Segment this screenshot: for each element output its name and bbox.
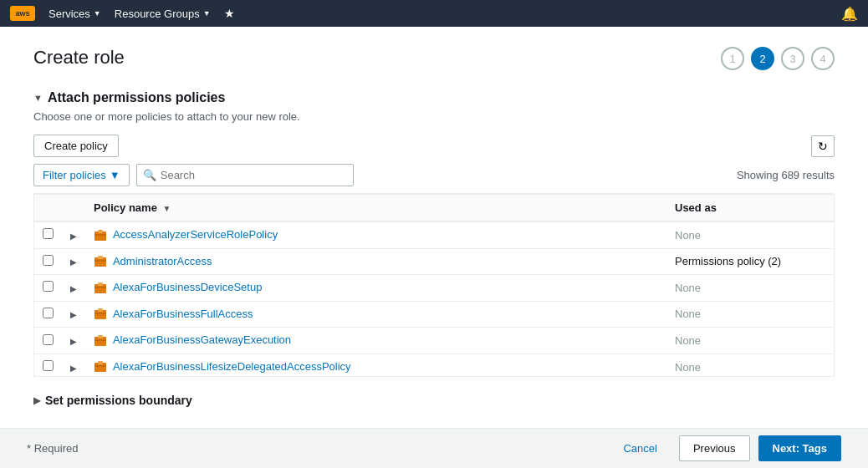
- top-nav: aws Services ▼ Resource Groups ▼ ★ 🔔: [0, 0, 868, 27]
- policy-used-as: None: [666, 221, 834, 248]
- permissions-boundary-section[interactable]: ▶ Set permissions boundary: [33, 394, 835, 407]
- policy-used-as: None: [666, 301, 834, 328]
- cancel-button[interactable]: Cancel: [610, 435, 670, 461]
- step-1[interactable]: 1: [721, 47, 744, 70]
- permissions-boundary-label: Set permissions boundary: [45, 394, 192, 407]
- svg-rect-8: [94, 287, 106, 288]
- favorites-star-icon[interactable]: ★: [224, 7, 235, 20]
- notifications-bell-icon[interactable]: 🔔: [841, 6, 858, 22]
- policy-checkbox[interactable]: [43, 228, 54, 239]
- resource-groups-chevron-icon: ▼: [203, 9, 211, 18]
- svg-rect-2: [94, 234, 106, 236]
- svg-rect-7: [98, 282, 103, 286]
- step-indicators: 1 2 3 4: [721, 47, 835, 70]
- policy-name-cell: AlexaForBusinessDeviceSetup: [85, 275, 666, 302]
- policy-name-cell: AlexaForBusinessFullAccess: [85, 301, 666, 328]
- policy-icon: [94, 360, 107, 374]
- policy-checkbox[interactable]: [43, 360, 54, 371]
- search-icon: 🔍: [143, 169, 156, 181]
- svg-rect-17: [94, 365, 106, 367]
- header-row: Create role 1 2 3 4: [33, 47, 835, 84]
- search-input[interactable]: [136, 164, 354, 186]
- previous-button[interactable]: Previous: [679, 435, 750, 461]
- policy-link[interactable]: AlexaForBusinessLifesizeDelegatedAccessP…: [113, 360, 351, 373]
- expand-row-button[interactable]: ▶: [70, 284, 77, 293]
- row-expand-cell: ▶: [62, 221, 85, 248]
- policy-name-cell: AlexaForBusinessGatewayExecution: [85, 328, 666, 354]
- col-header-expand: [62, 195, 85, 222]
- step-3[interactable]: 3: [781, 47, 804, 70]
- refresh-button[interactable]: ↻: [811, 135, 835, 157]
- policy-table: Policy name ▼ Used as ▶: [34, 194, 834, 377]
- policy-icon: [94, 282, 107, 295]
- page-title: Create role: [33, 47, 125, 69]
- svg-rect-1: [98, 230, 103, 233]
- policy-checkbox[interactable]: [43, 334, 54, 345]
- showing-results: Showing 689 results: [737, 169, 835, 181]
- table-row: ▶ AccessAnalyzerServiceRolePolicy None: [34, 221, 834, 248]
- policy-checkbox[interactable]: [43, 308, 54, 318]
- svg-rect-16: [98, 361, 103, 364]
- policy-used-as: None: [666, 275, 834, 302]
- policy-link[interactable]: AlexaForBusinessDeviceSetup: [113, 281, 262, 293]
- table-row: ▶ AlexaForBusinessGatewayExecution None: [34, 328, 834, 354]
- policy-link[interactable]: AlexaForBusinessGatewayExecution: [113, 333, 291, 346]
- svg-rect-10: [98, 308, 103, 312]
- expand-row-button[interactable]: ▶: [70, 231, 77, 241]
- step-2[interactable]: 2: [751, 47, 774, 70]
- table-header-row: Policy name ▼ Used as: [34, 195, 834, 222]
- create-policy-button[interactable]: Create policy: [33, 135, 119, 157]
- table-row: ▶ AlexaForBusinessDeviceSetup None: [34, 275, 834, 302]
- expand-row-button[interactable]: ▶: [70, 364, 77, 373]
- policy-name-cell: AccessAnalyzerServiceRolePolicy: [85, 221, 666, 248]
- footer: * Required Cancel Previous Next: Tags: [0, 428, 868, 468]
- services-nav[interactable]: Services ▼: [49, 8, 101, 20]
- policy-icon: [94, 308, 107, 321]
- filter-policies-dropdown[interactable]: Filter policies ▼: [33, 164, 130, 186]
- filter-chevron-icon: ▼: [110, 169, 120, 181]
- svg-rect-11: [94, 313, 106, 314]
- resource-groups-nav[interactable]: Resource Groups ▼: [115, 8, 211, 20]
- policy-used-as: None: [666, 328, 834, 354]
- row-checkbox-cell: [34, 275, 62, 302]
- policy-link[interactable]: AccessAnalyzerServiceRolePolicy: [113, 228, 278, 241]
- next-button[interactable]: Next: Tags: [758, 435, 842, 461]
- services-label: Services: [49, 8, 90, 20]
- col-header-name[interactable]: Policy name ▼: [85, 195, 666, 222]
- main-content: Create role 1 2 3 4 ▼ Attach permissions…: [0, 27, 868, 428]
- policy-table-container: Policy name ▼ Used as ▶: [33, 193, 835, 377]
- policy-name-cell: AlexaForBusinessLifesizeDelegatedAccessP…: [85, 354, 666, 377]
- expand-row-button[interactable]: ▶: [70, 337, 77, 346]
- required-label: * Required: [27, 442, 78, 455]
- policy-checkbox[interactable]: [43, 255, 54, 266]
- toolbar-left: Filter policies ▼ 🔍: [33, 164, 354, 186]
- section-subtitle: Choose one or more policies to attach to…: [33, 110, 835, 123]
- policy-checkbox[interactable]: [43, 281, 54, 292]
- row-checkbox-cell: [34, 248, 62, 275]
- row-expand-cell: ▶: [62, 328, 85, 354]
- policy-used-as: Permissions policy (2): [666, 248, 834, 275]
- row-expand-cell: ▶: [62, 248, 85, 275]
- table-row: ▶ AlexaForBusinessLifesizeDelegatedAcces…: [34, 354, 834, 377]
- expand-row-button[interactable]: ▶: [70, 257, 77, 267]
- resource-groups-label: Resource Groups: [115, 8, 200, 20]
- footer-buttons: Cancel Previous Next: Tags: [610, 435, 841, 461]
- policy-used-as: None: [666, 354, 834, 377]
- expand-row-button[interactable]: ▶: [70, 310, 77, 319]
- filter-search-row: Filter policies ▼ 🔍 Showing 689 results: [33, 164, 835, 186]
- attach-policies-section-title: ▼ Attach permissions policies: [33, 90, 835, 105]
- svg-rect-14: [94, 339, 106, 341]
- policy-icon: [94, 334, 107, 348]
- row-checkbox-cell: [34, 221, 62, 248]
- sort-icon: ▼: [163, 204, 171, 213]
- step-4[interactable]: 4: [811, 47, 835, 70]
- policy-icon: [94, 229, 107, 242]
- policy-link[interactable]: AdministratorAccess: [113, 255, 212, 267]
- aws-logo-box: aws: [10, 6, 35, 21]
- svg-rect-5: [94, 260, 106, 262]
- row-expand-cell: ▶: [62, 354, 85, 377]
- svg-rect-13: [98, 335, 103, 338]
- policy-link[interactable]: AlexaForBusinessFullAccess: [113, 308, 253, 320]
- aws-logo[interactable]: aws: [10, 6, 35, 21]
- table-row: ▶ AlexaForBusinessFullAccess None: [34, 301, 834, 328]
